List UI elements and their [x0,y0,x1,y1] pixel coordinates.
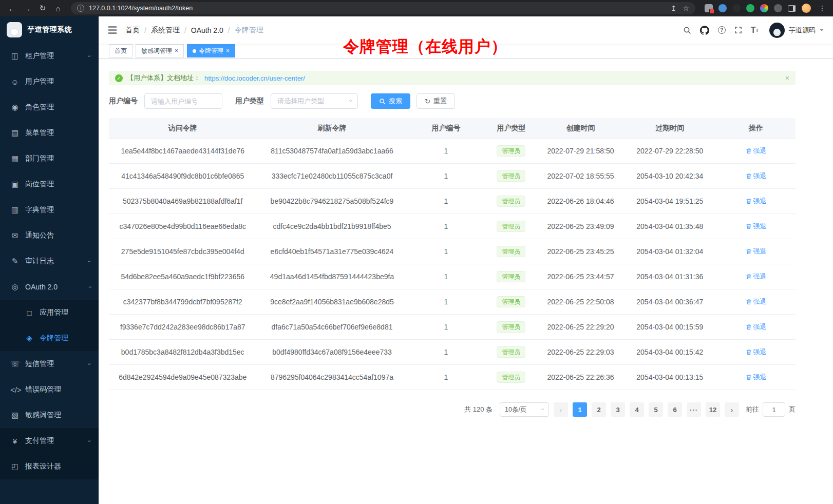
app-logo-block[interactable]: 芋道管理系统 [0,16,99,43]
menu-item-icon: ◉ [10,103,20,112]
sidebar-item[interactable]: ✉ 通知公告 [0,223,99,248]
page-button[interactable]: ··· [687,402,701,417]
reload-icon[interactable]: ↻ [36,2,49,14]
next-page-button[interactable] [725,402,739,417]
page-button[interactable]: 4 [630,402,644,417]
sidebar-item[interactable]: ▣ 岗位管理 [0,171,99,197]
sidebar-item[interactable]: ✎ 审计日志 › [0,248,99,274]
search-icon [379,98,386,105]
user-type-select[interactable]: 请选择用户类型 [271,93,358,109]
browser-menu-icon[interactable]: ⋮ [817,4,828,12]
refresh-icon: ↻ [425,98,430,105]
back-icon[interactable]: ← [5,2,18,14]
view-tab[interactable]: 敏感词管理 × [136,44,184,57]
force-logout-button[interactable]: 强退 [746,297,767,306]
view-tab[interactable]: 令牌管理 × [187,44,235,57]
sidebar-item[interactable]: </> 错误码管理 [0,377,99,402]
user-id-cell: 1 [408,239,485,264]
doc-link[interactable]: https://doc.iocoder.cn/user-center/ [204,74,305,82]
prev-page-button[interactable] [554,402,568,417]
force-logout-button[interactable]: 强退 [746,373,767,382]
tab-close-icon[interactable]: × [175,48,178,54]
menu-item-icon: </> [10,385,20,394]
sidebar-item[interactable]: ◫ 租户管理 › [0,43,99,69]
user-type-tag: 管理员 [497,246,525,257]
extension-dark-icon[interactable] [732,4,741,12]
expire-time-cell: 2054-03-04 00:15:42 [623,340,716,364]
sidebar-item[interactable]: ☏ 短信管理 › [0,351,99,377]
user-avatar [769,23,785,38]
column-header: 访问令牌 [109,124,256,133]
sidebar-item[interactable]: ◉ 角色管理 [0,94,99,120]
page-button[interactable]: 12 [706,402,720,417]
user-type-tag: 管理员 [497,372,525,383]
github-icon[interactable] [700,26,709,35]
force-logout-button[interactable]: 强退 [746,347,767,357]
browser-profile-avatar[interactable] [802,4,811,13]
page-button[interactable]: 5 [649,402,663,417]
breadcrumb-item[interactable]: / 令牌管理 [223,26,263,35]
reset-button[interactable]: ↻ 重置 [416,93,455,109]
sidebar-item[interactable]: ☺ 用户管理 [0,69,99,94]
extension-color-icon[interactable] [760,4,768,12]
sidebar-item[interactable]: ▥ 字典管理 [0,197,99,223]
view-tab[interactable]: 首页 [109,44,132,57]
refresh-token-cell: 9ce8ef2aa9f14056b831ae9b608e28d5 [256,289,407,314]
share-icon[interactable]: ↥ [671,4,677,12]
user-menu[interactable]: 芋道源码 [769,23,824,38]
sidebar-item[interactable]: ◰ 报表设计器 [0,454,99,479]
extensions-icon[interactable] [705,4,713,12]
force-logout-button[interactable]: 强退 [746,197,767,206]
breadcrumb-item[interactable]: / 首页 [125,26,140,35]
sidebar-item[interactable]: ¥ 支付管理 › [0,428,99,454]
action-cell: 强退 [716,214,796,239]
expire-time-cell: 2054-03-04 19:51:25 [623,189,716,214]
force-logout-button[interactable]: 强退 [746,222,767,231]
force-logout-button[interactable]: 强退 [746,146,767,156]
menu-item-icon: ✎ [10,257,20,266]
table-row: 41c41346a548490f9dc8b01c6bfe0865 333ecfc… [109,164,796,189]
address-bar[interactable]: 127.0.0.1:1024/system/oauth2/token ↥ ☆ [71,2,695,14]
force-logout-button[interactable]: 强退 [746,272,767,281]
fullscreen-icon[interactable] [734,26,742,34]
bookmark-star-icon[interactable]: ☆ [683,4,689,12]
user-id-cell: 1 [408,139,485,163]
font-size-icon[interactable] [751,26,759,35]
goto-label: 前往 [746,405,759,414]
sidebar-item[interactable]: ▤ 菜单管理 [0,120,99,146]
collapse-sidebar-icon[interactable] [108,26,117,34]
user-id-input[interactable] [144,93,222,109]
side-panel-icon[interactable] [788,5,796,12]
help-icon[interactable] [718,26,726,34]
extension-gray-icon[interactable] [774,4,782,12]
page-size-select[interactable]: 10条/页 [500,402,549,417]
force-logout-button[interactable]: 强退 [746,171,767,181]
tab-close-icon[interactable]: × [226,48,230,54]
site-info-icon[interactable] [77,5,84,12]
app-logo [7,22,22,37]
sidebar-item[interactable]: ◎ OAuth 2.0 › [0,274,99,300]
table-row: b0d1785bc3a8482f812db4a3f3bd15ec b0df498… [109,340,796,365]
search-icon[interactable] [683,26,691,34]
breadcrumb-item[interactable]: / OAuth 2.0 [180,26,223,34]
access-token-cell: c347026e805e4d99b0d116eae66eda8c [109,214,256,239]
goto-page-input[interactable] [763,402,785,417]
extension-green-icon[interactable] [746,4,754,12]
forward-icon[interactable]: → [21,2,34,14]
sidebar-item[interactable]: ▦ 部门管理 [0,146,99,171]
page-button[interactable]: 2 [592,402,606,417]
force-logout-button[interactable]: 强退 [746,322,767,332]
alert-close-icon[interactable]: × [785,74,789,82]
page-button[interactable]: 1 [573,402,587,417]
force-logout-button[interactable]: 强退 [746,247,767,256]
expire-time-cell: 2054-03-10 20:42:34 [623,164,716,188]
sidebar-item[interactable]: ▧ 敏感词管理 [0,402,99,428]
breadcrumb-item[interactable]: / 系统管理 [140,26,180,35]
page-button[interactable]: 3 [611,402,625,417]
sidebar-item[interactable]: ◈ 令牌管理 [0,325,99,351]
home-icon[interactable]: ⌂ [51,2,65,14]
extension-blue-icon[interactable] [718,4,727,12]
search-button[interactable]: 搜索 [371,93,410,109]
sidebar-item[interactable]: □ 应用管理 [0,300,99,325]
page-button[interactable]: 6 [668,402,682,417]
